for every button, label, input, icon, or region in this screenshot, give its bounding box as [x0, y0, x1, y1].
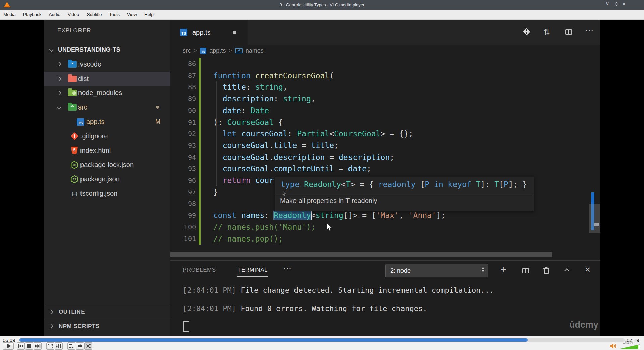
menu-help[interactable]: Help: [144, 12, 154, 17]
tooltip-description: Make all properties in T readonly: [280, 197, 377, 205]
sidebar-section-outline[interactable]: OUTLINE: [44, 305, 170, 319]
tree-item-package-json[interactable]: JSpackage.json: [44, 172, 170, 186]
tooltip-divider: [275, 194, 534, 194]
open-changes-icon[interactable]: [523, 28, 531, 36]
code-line-86[interactable]: 86: [170, 58, 600, 70]
tree-item-dist[interactable]: dist: [44, 72, 170, 86]
code-line-90[interactable]: 90 date: Date: [170, 105, 600, 117]
vlc-controls: 06:09 07:19: [0, 336, 644, 350]
breadcrumb-src[interactable]: src: [183, 47, 191, 54]
playlist-button[interactable]: [67, 342, 75, 350]
tree-item--gitignore[interactable]: .gitignore: [44, 129, 170, 143]
tree-item-node-modules[interactable]: node_modules: [44, 86, 170, 100]
line-number: 86: [170, 58, 196, 70]
volume-slider[interactable]: [619, 344, 641, 349]
terminal-line: [2:04:01 PM] Found 0 errors. Watching fo…: [183, 304, 427, 313]
stop-button[interactable]: [25, 342, 33, 350]
split-terminal-icon[interactable]: [522, 268, 529, 273]
tree-item-tsconfig-json[interactable]: {...}tsconfig.json: [44, 186, 170, 201]
seek-bar[interactable]: [19, 338, 625, 342]
menu-audio[interactable]: Audio: [49, 12, 61, 17]
code-line-100[interactable]: 100// names.push('Manu');: [170, 221, 600, 233]
terminal-message: Found 0 errors. Watching for file change…: [236, 304, 427, 313]
maximize-panel-icon[interactable]: [564, 268, 570, 274]
kill-terminal-icon[interactable]: [543, 267, 550, 274]
code-line-94[interactable]: 94 courseGoal.description = description;: [170, 151, 600, 163]
folder-dist-icon: [68, 76, 77, 82]
code-text: // names.push('Manu');: [213, 221, 316, 233]
code-text: let courseGoal: Partial<CourseGoal> = {}…: [213, 128, 413, 140]
tree-item-label: .vscode: [78, 60, 101, 68]
tree-root-understanding-ts[interactable]: UNDERSTANDING-TS: [44, 43, 170, 57]
terminal-select[interactable]: 2: node: [385, 264, 488, 277]
tree-item--vscode[interactable]: ×.vscode: [44, 57, 170, 72]
tab-app-ts[interactable]: TS app.ts: [170, 20, 248, 45]
code-line-93[interactable]: 93 courseGoal.title = title;: [170, 140, 600, 151]
line-number: 101: [170, 233, 196, 245]
menu-subtitle[interactable]: Subtitle: [87, 12, 102, 17]
code-line-89[interactable]: 89 description: string,: [170, 93, 600, 105]
node-json-file-icon: JS: [70, 175, 78, 183]
code-line-88[interactable]: 88 title: string,: [170, 81, 600, 93]
tree-item-label: src: [78, 103, 87, 111]
loop-button[interactable]: [76, 342, 84, 350]
code-line-91[interactable]: 91): CourseGoal {: [170, 117, 600, 128]
tree-item-package-lock-json[interactable]: JSpackage-lock.json: [44, 158, 170, 172]
folder-vscode-icon: ×: [68, 61, 77, 68]
panel-more-icon[interactable]: ⋯: [283, 264, 292, 273]
horizontal-scrollbar[interactable]: [170, 252, 552, 257]
code-line-101[interactable]: 101// names.pop();: [170, 233, 600, 245]
root-folder-label: UNDERSTANDING-TS: [58, 46, 120, 53]
tree-item-app-ts[interactable]: TSapp.tsM: [44, 115, 170, 129]
terminal-timestamp: [2:04:01 PM]: [183, 286, 236, 294]
git-modified-badge: M: [155, 118, 160, 125]
tree-item-src[interactable]: </>src: [44, 100, 170, 115]
panel-tab-problems[interactable]: PROBLEMS: [183, 267, 216, 273]
terminal-cursor: [183, 321, 189, 332]
menu-tools[interactable]: Tools: [109, 12, 120, 17]
compare-icon[interactable]: ⇅: [543, 27, 550, 37]
close-icon[interactable]: ×: [620, 1, 628, 7]
extended-settings-button[interactable]: [55, 342, 63, 350]
tree-item-label: node_modules: [78, 89, 122, 97]
previous-button[interactable]: [17, 342, 25, 350]
chevron-right-icon: [49, 310, 53, 314]
line-number: 91: [170, 117, 196, 128]
code-line-99[interactable]: 99const names: Readonly<string[]> = ['Ma…: [170, 210, 600, 221]
minimize-icon[interactable]: ∨: [604, 1, 611, 7]
vlc-menubar: MediaPlaybackAudioVideoSubtitleToolsView…: [0, 10, 644, 20]
tree-item-index-html[interactable]: 5index.html: [44, 143, 170, 158]
close-panel-icon[interactable]: ×: [585, 264, 590, 275]
menu-view[interactable]: View: [127, 12, 137, 17]
fullscreen-button[interactable]: [46, 342, 54, 350]
chevron-right-icon: [57, 91, 61, 95]
breadcrumb-names[interactable]: names: [246, 47, 264, 54]
more-actions-icon[interactable]: ⋯: [585, 25, 594, 36]
panel-tab-terminal[interactable]: TERMINAL: [237, 267, 268, 273]
menu-playback[interactable]: Playback: [23, 12, 42, 17]
folder-node-modules-icon: [68, 90, 77, 96]
sidebar-section-npm-scripts[interactable]: NPM SCRIPTS: [44, 319, 170, 333]
line-number: 88: [170, 81, 196, 93]
unsaved-dot-icon[interactable]: [233, 31, 236, 34]
line-number: 97: [170, 186, 196, 198]
volume-icon[interactable]: [610, 343, 617, 349]
shuffle-button[interactable]: [84, 342, 92, 350]
code-line-87[interactable]: 87function createCourseGoal(: [170, 70, 600, 82]
vertical-scrollbar[interactable]: [589, 204, 600, 233]
breadcrumb-app-ts[interactable]: app.ts: [209, 47, 226, 54]
play-button[interactable]: [3, 342, 14, 350]
next-button[interactable]: [34, 342, 42, 350]
seek-progress: [19, 338, 528, 342]
menu-media[interactable]: Media: [3, 12, 16, 17]
line-number: 100: [170, 221, 196, 233]
code-line-95[interactable]: 95 courseGoal.completeUntil = date;: [170, 163, 600, 175]
maximize-icon[interactable]: ◇: [613, 1, 620, 7]
menu-video[interactable]: Video: [68, 12, 79, 17]
split-editor-icon[interactable]: [565, 29, 572, 35]
terminal-message: File change detected. Starting increment…: [236, 286, 494, 294]
code-line-92[interactable]: 92 let courseGoal: Partial<CourseGoal> =…: [170, 128, 600, 140]
code-text: courseGoal.title = title;: [213, 140, 339, 151]
terminal-select-value: 2: node: [390, 267, 411, 274]
new-terminal-icon[interactable]: +: [500, 264, 506, 275]
